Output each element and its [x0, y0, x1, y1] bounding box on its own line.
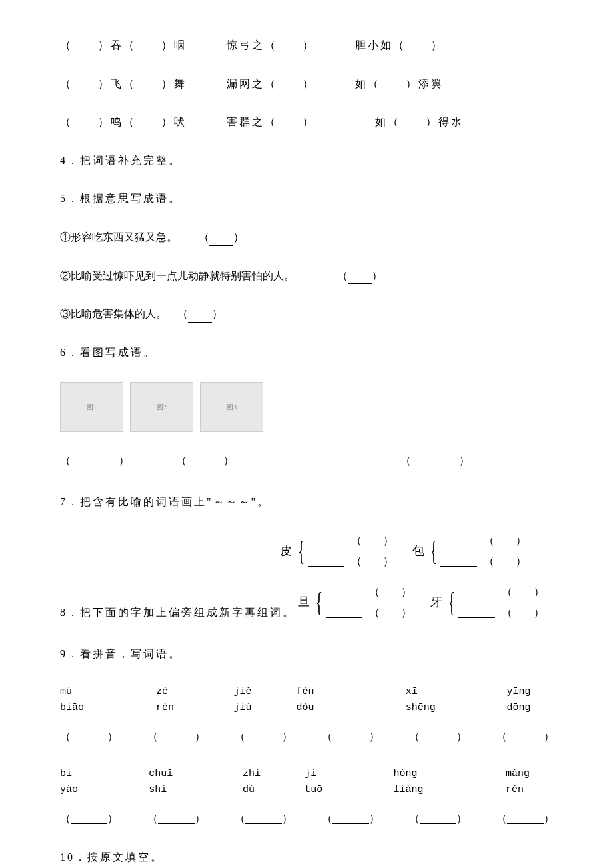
- idiom-item: 胆小如（ ）: [355, 37, 444, 54]
- radical-row-2: 8．把下面的字加上偏旁组成新字再组词。 旦 { （ ） （ ） 牙 { （ ）: [60, 583, 553, 621]
- q5-item-1: ①形容吃东西又猛又急。 （）: [60, 229, 553, 246]
- idiom-row-1: （ ）吞（ ）咽 惊弓之（ ） 胆小如（ ）: [60, 37, 553, 54]
- blank: [326, 607, 362, 618]
- idiom-item: 如（ ）添翼: [355, 75, 444, 93]
- blank: [458, 587, 495, 597]
- paren: （ ）: [369, 604, 412, 621]
- q5-item-3: ③比喻危害集体的人。 （）: [60, 305, 553, 323]
- radical-row-1: 皮 { （ ） （ ） 包 { （ ） （ ）: [60, 532, 553, 570]
- pinyin-blank: （）: [235, 728, 293, 745]
- paren: （ ）: [484, 532, 526, 549]
- q6-answer-row: （） （） （）: [60, 452, 553, 469]
- blank: [245, 813, 282, 824]
- idiom-item: 害群之（ ）: [227, 113, 315, 131]
- idiom-item: 漏网之（ ）: [227, 75, 315, 93]
- idiom-item: （ ）吞（ ）咽: [60, 37, 187, 54]
- pinyin: máng rén: [506, 766, 553, 798]
- paren: （ ）: [351, 532, 394, 549]
- blank: [440, 535, 477, 545]
- blank: [187, 459, 223, 469]
- q6-image-2: 图2: [130, 382, 193, 432]
- paren: （ ）: [351, 553, 394, 570]
- paren-close: ）: [223, 455, 234, 466]
- paren-close: ）: [119, 455, 129, 466]
- blank: [507, 731, 544, 741]
- pinyin-blank: （）: [235, 810, 293, 827]
- idiom-row-2: （ ）飞（ ）舞 漏网之（ ） 如（ ）添翼: [60, 75, 553, 93]
- blank: [158, 813, 195, 824]
- pinyin: zhì dù: [243, 766, 278, 798]
- radical-char: 包: [412, 541, 424, 561]
- idiom-item: （ ）飞（ ）舞: [60, 75, 187, 93]
- blank: [420, 813, 456, 824]
- blank: [332, 731, 369, 741]
- pinyin-row-2: bì yào chuī shì zhì dù jì tuō hóng liàng…: [60, 766, 553, 798]
- pinyin-blank: （）: [496, 810, 554, 827]
- pinyin-blank: （）: [409, 728, 467, 745]
- radical-group-bao: 包 { （ ） （ ）: [412, 532, 526, 570]
- blank: [440, 556, 477, 567]
- radical-group-pi: 皮 { （ ） （ ）: [280, 532, 394, 570]
- q6-image-3: 图3: [200, 382, 263, 432]
- blank: [209, 235, 233, 246]
- pinyin: jiě jiù: [233, 684, 269, 716]
- paren-open: （: [176, 455, 187, 466]
- paren: （ ）: [369, 583, 412, 601]
- blank: [458, 607, 495, 618]
- blank: [71, 813, 107, 824]
- bracket-icon: {: [430, 537, 437, 565]
- q6-answer-1: （）: [60, 452, 129, 469]
- paren: （ ）: [502, 583, 544, 601]
- pinyin: xī shēng: [406, 684, 447, 716]
- question-8-title: 8．把下面的字加上偏旁组成新字再组词。: [60, 604, 295, 621]
- blank: [348, 273, 372, 284]
- idiom-item: 惊弓之（ ）: [227, 37, 315, 54]
- q5-text-3: ③比喻危害集体的人。 （: [60, 308, 188, 319]
- question-10-title: 10．按原文填空。: [60, 849, 553, 866]
- blank: [308, 556, 344, 567]
- paren-close: ）: [212, 308, 223, 319]
- blank: [308, 535, 344, 545]
- bracket-icon: {: [448, 588, 455, 616]
- blank: [332, 813, 369, 824]
- q5-text-2: ②比喻受过惊吓见到一点儿动静就特别害怕的人。 （: [60, 270, 348, 281]
- idiom-item: 如（ ）得水: [375, 113, 464, 131]
- blank: [326, 587, 362, 597]
- q6-images-row: 图1 图2 图3: [60, 382, 553, 432]
- pinyin-blank: （）: [322, 810, 380, 827]
- paren-close: ）: [372, 270, 382, 281]
- blank: [245, 731, 282, 741]
- pinyin-blank: （）: [147, 728, 205, 745]
- paren-open: （: [60, 455, 71, 466]
- pinyin-row-1: mù biāo zé rèn jiě jiù fèn dòu xī shēng …: [60, 684, 553, 716]
- pinyin-blank-row-2: （） （） （） （） （） （）: [60, 810, 553, 827]
- blank: [71, 731, 107, 741]
- question-6-title: 6．看图写成语。: [60, 344, 553, 361]
- blank: [411, 459, 459, 469]
- pinyin-section: mù biāo zé rèn jiě jiù fèn dòu xī shēng …: [60, 684, 553, 827]
- blank: [158, 731, 195, 741]
- radical-group-dan: 旦 { （ ） （ ）: [298, 583, 412, 621]
- idiom-item: （ ）鸣（ ）吠: [60, 113, 187, 131]
- bracket-icon: {: [298, 537, 305, 565]
- pinyin-blank: （）: [322, 728, 380, 745]
- bracket-icon: {: [316, 588, 322, 616]
- blank: [71, 459, 119, 469]
- q6-answer-3: （）: [400, 452, 470, 469]
- page-container: （ ）吞（ ）咽 惊弓之（ ） 胆小如（ ） （ ）飞（ ）舞 漏网之（ ） 如…: [0, 0, 613, 868]
- paren: （ ）: [502, 604, 544, 621]
- radical-char: 牙: [430, 593, 442, 612]
- pinyin: zé rèn: [156, 684, 187, 716]
- pinyin: mù biāo: [60, 684, 96, 716]
- q5-text-1: ①形容吃东西又猛又急。 （: [60, 231, 209, 243]
- radical-char: 旦: [298, 593, 310, 612]
- pinyin-blank: （）: [496, 728, 554, 745]
- pinyin: fèn dòu: [297, 684, 332, 716]
- pinyin-blank-row-1: （） （） （） （） （） （）: [60, 728, 553, 745]
- pinyin: chuī shì: [149, 766, 196, 798]
- pinyin: hóng liàng: [393, 766, 452, 798]
- question-7-title: 7．把含有比喻的词语画上"～～～"。: [60, 493, 553, 511]
- paren-open: （: [400, 455, 411, 466]
- pinyin: bì yào: [60, 766, 95, 798]
- pinyin-blank: （）: [147, 810, 205, 827]
